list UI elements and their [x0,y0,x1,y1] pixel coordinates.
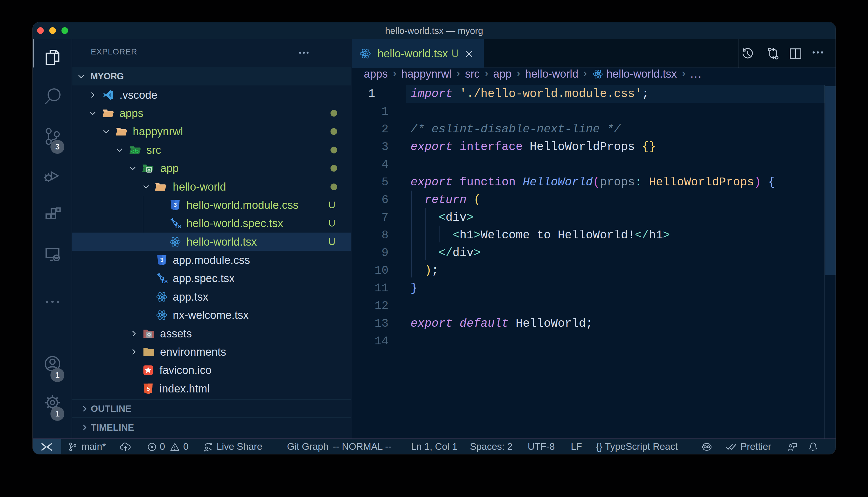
svg-text:</>: </> [131,148,139,154]
svg-text:3: 3 [174,202,177,208]
svg-text:5: 5 [147,385,150,392]
svg-text:TS: TS [175,224,181,229]
svg-text:3: 3 [160,257,163,263]
svg-text:TS: TS [161,279,168,284]
